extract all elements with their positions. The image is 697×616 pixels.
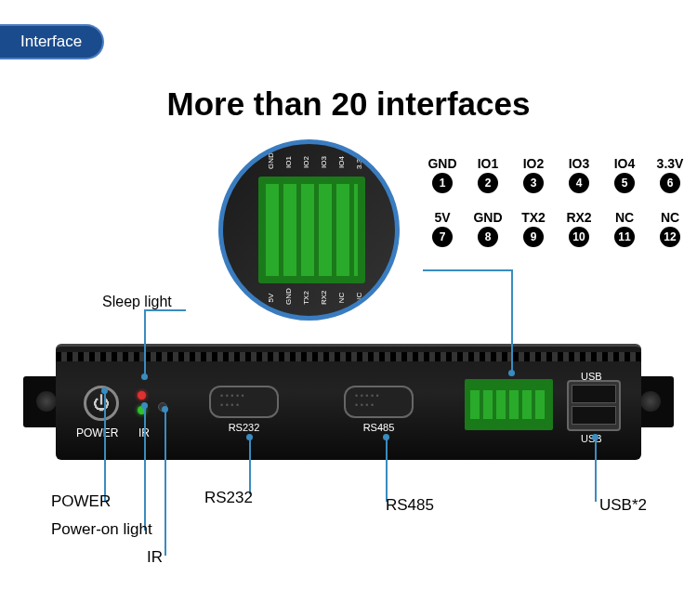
pin-10: RX210 — [564, 210, 594, 247]
leader-line — [164, 409, 166, 556]
callout-ir: IR — [147, 548, 163, 567]
leader-dot — [592, 434, 598, 440]
callout-power-on-light: Power-on light — [51, 520, 152, 539]
leader-dot — [508, 370, 515, 376]
usb-ports — [567, 380, 621, 431]
pin-4: IO34 — [564, 156, 594, 193]
power-icon: ⏻ — [93, 394, 110, 413]
pin-7: 5V7 — [427, 210, 457, 247]
rs485-port: RS485 — [344, 386, 414, 433]
rs232-port: RS232 — [209, 386, 279, 433]
leader-line — [104, 390, 106, 502]
pin-2: IO12 — [473, 156, 503, 193]
leader-line — [144, 405, 146, 531]
pin-1: GND1 — [427, 156, 457, 193]
pin-3: IO23 — [519, 156, 548, 193]
leader-line — [249, 437, 251, 494]
callout-sleep-light: Sleep light — [102, 294, 172, 310]
leader-line — [144, 309, 146, 376]
leader-dot — [101, 387, 108, 394]
leader-dot — [383, 434, 389, 440]
leader-line — [511, 269, 513, 374]
zoom-top-labels: GNDIO1IO2IO3IO43.3V — [264, 158, 366, 166]
zoom-detail: GNDIO1IO2IO3IO43.3V 5VGNDTX2RX2NCNC — [218, 139, 400, 321]
usb-label-bottom: USB — [581, 433, 602, 444]
pin-6: 3.3V6 — [655, 156, 685, 193]
zoom-bottom-labels: 5VGNDTX2RX2NCNC — [264, 294, 366, 302]
leader-line — [595, 437, 597, 502]
section-tab: Interface — [0, 24, 104, 59]
callout-rs485: RS485 — [386, 496, 434, 515]
leader-line — [144, 309, 186, 311]
leader-dot — [162, 406, 168, 413]
pin-9: TX29 — [519, 210, 548, 247]
leader-line — [423, 269, 511, 271]
pin-12: NC12 — [655, 210, 685, 247]
power-label: POWER — [76, 426, 118, 439]
leader-line — [386, 437, 388, 502]
callout-power: POWER — [51, 492, 111, 511]
terminal-block-zoom — [258, 177, 365, 283]
pin-11: NC11 — [610, 210, 639, 247]
callout-usb: USB*2 — [599, 496, 647, 515]
leader-dot — [141, 374, 148, 380]
page-title: More than 20 interfaces — [0, 85, 697, 123]
leader-dot — [246, 434, 253, 440]
terminal-block — [465, 379, 553, 430]
sleep-led — [138, 391, 146, 400]
callout-rs232: RS232 — [204, 489, 253, 507]
leader-dot — [141, 402, 148, 409]
pin-legend: GND1IO12IO23IO34IO453.3V6 5V7GND8TX29RX2… — [427, 156, 685, 247]
pin-5: IO45 — [610, 156, 639, 193]
pin-8: GND8 — [473, 210, 503, 247]
